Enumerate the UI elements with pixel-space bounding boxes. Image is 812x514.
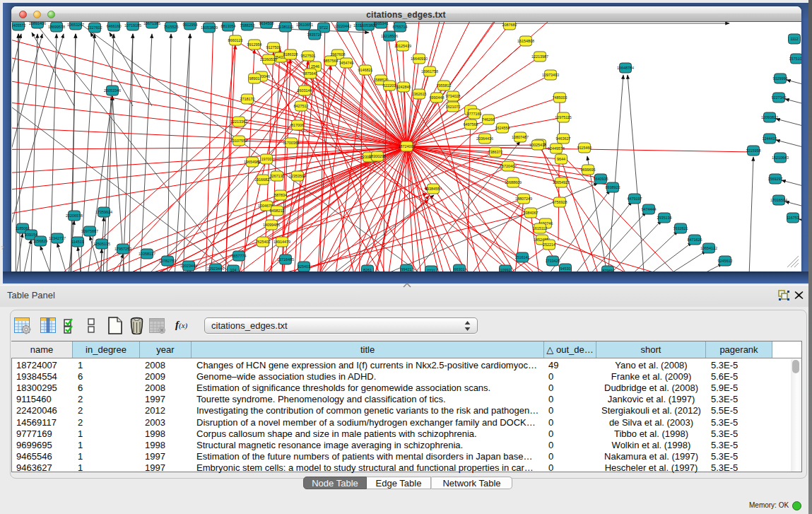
svg-text:7485003: 7485003	[553, 95, 567, 100]
svg-text:12449578: 12449578	[548, 146, 565, 151]
svg-text:522203: 522203	[383, 83, 396, 88]
svg-text:116753: 116753	[787, 216, 799, 220]
svg-text:9384067: 9384067	[524, 211, 539, 215]
svg-text:3875645: 3875645	[303, 71, 318, 76]
svg-text:9756928: 9756928	[553, 200, 567, 204]
svg-text:1362615: 1362615	[412, 92, 427, 96]
svg-text:9527501: 9527501	[301, 54, 316, 58]
svg-text:8755714: 8755714	[393, 25, 408, 29]
svg-text:9498212: 9498212	[270, 209, 285, 213]
svg-text:3454749: 3454749	[339, 61, 354, 65]
svg-text:19218506: 19218506	[381, 34, 398, 38]
svg-text:12923446: 12923446	[207, 267, 224, 271]
svg-text:19384554: 19384554	[425, 187, 442, 191]
svg-text:18699578: 18699578	[48, 25, 65, 29]
svg-text:9857564: 9857564	[324, 59, 339, 63]
svg-text:925401: 925401	[298, 264, 310, 269]
svg-text:10025438: 10025438	[529, 143, 546, 147]
svg-text:10220442: 10220442	[334, 24, 351, 28]
svg-text:16053809: 16053809	[201, 25, 218, 30]
svg-text:2935134: 2935134	[657, 216, 672, 220]
svg-text:94530: 94530	[560, 267, 571, 271]
svg-text:9245612: 9245612	[718, 259, 733, 263]
svg-text:16640910: 16640910	[411, 57, 428, 61]
svg-text:7515525: 7515525	[164, 25, 179, 29]
svg-text:9644: 9644	[557, 157, 565, 161]
svg-text:7731: 7731	[427, 269, 435, 271]
svg-text:2087682: 2087682	[502, 23, 517, 27]
svg-text:746266: 746266	[482, 117, 495, 122]
svg-text:66301: 66301	[454, 267, 465, 271]
svg-text:20206578: 20206578	[66, 214, 83, 218]
svg-text:7588253: 7588253	[240, 23, 255, 28]
svg-text:12213987: 12213987	[531, 54, 548, 59]
svg-text:19654982: 19654982	[244, 160, 261, 164]
svg-text:8813054: 8813054	[221, 24, 236, 28]
svg-text:10782759: 10782759	[159, 259, 176, 263]
svg-text:104: 104	[230, 268, 237, 271]
svg-text:30975887: 30975887	[81, 229, 98, 233]
svg-text:10654122: 10654122	[700, 246, 717, 250]
svg-text:9329996: 9329996	[773, 76, 788, 81]
svg-text:99421: 99421	[401, 267, 412, 271]
svg-text:3267130: 3267130	[270, 174, 285, 178]
svg-text:14099485: 14099485	[263, 223, 280, 227]
svg-text:12975115: 12975115	[555, 115, 572, 119]
svg-text:1733426: 1733426	[546, 259, 560, 263]
svg-text:14914479: 14914479	[273, 240, 290, 244]
svg-text:7835724: 7835724	[307, 33, 322, 37]
svg-text:1516141: 1516141	[515, 255, 530, 259]
svg-text:7625402: 7625402	[256, 240, 271, 244]
svg-text:11700361: 11700361	[283, 141, 300, 145]
svg-text:10107553: 10107553	[230, 139, 247, 143]
svg-text:3215958: 3215958	[746, 148, 761, 153]
svg-text:12353594: 12353594	[289, 174, 306, 178]
svg-text:22260538: 22260538	[260, 57, 277, 62]
svg-text:8186328: 8186328	[283, 52, 298, 57]
svg-text:10992: 10992	[500, 268, 511, 271]
svg-text:17359924: 17359924	[95, 210, 112, 214]
svg-text:9146821: 9146821	[358, 68, 373, 72]
svg-text:13654923: 13654923	[553, 180, 570, 185]
svg-text:10125419: 10125419	[394, 44, 411, 48]
svg-text:1575104: 1575104	[789, 57, 802, 61]
svg-text:15720407: 15720407	[500, 164, 517, 168]
svg-text:9474444: 9474444	[642, 207, 657, 211]
svg-text:1112: 1112	[790, 37, 798, 41]
svg-text:1244415: 1244415	[763, 136, 777, 141]
svg-text:10358137: 10358137	[139, 252, 155, 256]
svg-text:16210643: 16210643	[772, 156, 789, 160]
svg-text:9657774: 9657774	[232, 254, 247, 258]
svg-text:8427512: 8427512	[294, 104, 309, 108]
svg-text:12610651: 12610651	[296, 23, 313, 27]
svg-text:16154808: 16154808	[517, 39, 534, 43]
svg-text:10671385: 10671385	[143, 22, 160, 25]
svg-text:2603144: 2603144	[298, 88, 312, 93]
svg-text:16648784: 16648784	[617, 66, 634, 70]
svg-text:10973493: 10973493	[542, 73, 559, 77]
svg-text:1615112: 1615112	[533, 226, 548, 230]
svg-text:12342737: 12342737	[49, 236, 66, 240]
svg-text:18807249: 18807249	[515, 197, 532, 201]
svg-text:9734028: 9734028	[446, 94, 461, 98]
svg-text:9227342: 9227342	[772, 95, 787, 100]
svg-text:1640935: 1640935	[594, 177, 608, 181]
svg-text:20364436: 20364436	[476, 136, 493, 141]
svg-text:87969: 87969	[603, 269, 613, 271]
svg-text:19700: 19700	[261, 157, 272, 161]
svg-text:8938923: 8938923	[606, 185, 620, 189]
svg-text:8660123: 8660123	[228, 38, 243, 42]
svg-text:12023446: 12023446	[180, 264, 197, 268]
svg-text:7386372: 7386372	[488, 150, 503, 154]
svg-text:19166827: 19166827	[254, 177, 271, 182]
svg-text:114519: 114519	[71, 240, 84, 244]
svg-text:16961758: 16961758	[421, 69, 438, 74]
svg-text:6497568: 6497568	[464, 122, 478, 127]
svg-text:2718170: 2718170	[240, 97, 255, 101]
svg-text:9127509: 9127509	[266, 45, 281, 49]
svg-text:10719185: 10719185	[124, 23, 141, 28]
svg-text:9722: 9722	[319, 25, 328, 30]
svg-text:6479197: 6479197	[628, 197, 642, 201]
svg-text:12213363: 12213363	[230, 119, 247, 124]
svg-text:2546: 2546	[311, 64, 319, 69]
